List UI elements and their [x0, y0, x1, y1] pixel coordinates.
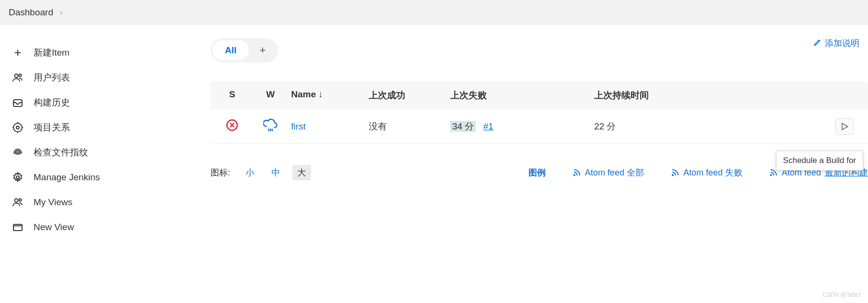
- view-tabs: All +: [211, 38, 278, 62]
- sidebar-item-manage[interactable]: Manage Jenkins: [0, 165, 199, 190]
- th-name[interactable]: Name ↓: [287, 89, 369, 102]
- sidebar-item-label: 项目关系: [34, 121, 70, 134]
- jobs-table: S W Name ↓ 上次成功 上次失败 上次持续时间 first 没有 34 …: [211, 82, 868, 144]
- th-status[interactable]: S: [211, 89, 254, 102]
- tooltip: Schedule a Build for: [776, 151, 863, 171]
- table-row: first 没有 34 分 #1 22 分: [211, 109, 868, 144]
- svg-point-3: [19, 74, 22, 77]
- gear-icon: [12, 171, 24, 184]
- sidebar-item-label: 检查文件指纹: [34, 146, 88, 159]
- folder-icon: [12, 221, 24, 233]
- svg-point-12: [15, 199, 18, 202]
- rss-icon: [573, 168, 581, 177]
- failure-time: 34 分: [450, 121, 476, 132]
- add-description-link[interactable]: 添加说明: [813, 37, 859, 49]
- watermark: CSDN @?abcf: [822, 291, 860, 298]
- size-large[interactable]: 大: [293, 165, 311, 180]
- tab-all[interactable]: All: [212, 40, 249, 60]
- status-cell: [211, 119, 254, 134]
- legend-link[interactable]: 图例: [528, 167, 546, 178]
- sidebar: 新建Item 用户列表 构建历史 项目关系 检查文件指纹 Manage Jenk…: [0, 25, 199, 303]
- sidebar-item-label: 新建Item: [34, 47, 70, 59]
- people-icon: [12, 196, 24, 209]
- job-link[interactable]: first: [291, 121, 306, 131]
- th-last-failure[interactable]: 上次失败: [450, 89, 594, 102]
- table-header: S W Name ↓ 上次成功 上次失败 上次持续时间: [211, 82, 868, 109]
- sidebar-item-fingerprint[interactable]: 检查文件指纹: [0, 140, 199, 165]
- tab-add[interactable]: +: [249, 40, 276, 60]
- fingerprint-icon: [12, 146, 24, 159]
- sidebar-item-myviews[interactable]: My Views: [0, 190, 199, 215]
- breadcrumb[interactable]: Dashboard ›: [0, 0, 868, 25]
- inbox-icon: [12, 96, 24, 109]
- atom-feed-all[interactable]: Atom feed 全部: [573, 167, 644, 178]
- size-small[interactable]: 小: [241, 165, 259, 180]
- build-link[interactable]: #1: [483, 121, 493, 131]
- sidebar-item-label: Manage Jenkins: [34, 172, 100, 183]
- sidebar-item-newview[interactable]: New View: [0, 215, 199, 240]
- sidebar-item-label: New View: [34, 222, 74, 233]
- sidebar-item-label: My Views: [34, 197, 72, 208]
- pencil-icon: [813, 38, 822, 49]
- footer-row: 图标: 小 中 大 图例 Atom feed 全部 Atom feed 失败 A…: [211, 165, 868, 180]
- svg-point-11: [16, 176, 19, 179]
- schedule-build-button[interactable]: [835, 118, 854, 135]
- failed-icon: [226, 123, 238, 133]
- main-content: 添加说明 All + S W Name ↓ 上次成功 上次失败 上次持续时间: [199, 25, 868, 303]
- svg-point-24: [771, 175, 772, 175]
- svg-point-6: [16, 126, 19, 129]
- th-last-duration[interactable]: 上次持续时间: [594, 89, 709, 102]
- plus-icon: [12, 47, 24, 59]
- sidebar-item-label: 构建历史: [34, 96, 70, 109]
- target-icon: [12, 121, 24, 134]
- svg-rect-14: [13, 224, 22, 231]
- add-description-label: 添加说明: [825, 37, 859, 49]
- breadcrumb-title[interactable]: Dashboard: [9, 7, 53, 18]
- icon-size-label: 图标:: [211, 167, 230, 178]
- sidebar-item-history[interactable]: 构建历史: [0, 90, 199, 115]
- sidebar-item-relationship[interactable]: 项目关系: [0, 115, 199, 140]
- size-medium[interactable]: 中: [267, 165, 285, 180]
- svg-point-22: [574, 175, 575, 175]
- svg-point-2: [15, 74, 18, 78]
- sidebar-item-new[interactable]: 新建Item: [0, 40, 199, 65]
- atom-feed-failures[interactable]: Atom feed 失败: [671, 167, 742, 178]
- chevron-right-icon: ›: [60, 8, 62, 17]
- weather-cell: [254, 118, 287, 135]
- last-duration-cell: 22 分: [594, 120, 709, 133]
- svg-point-5: [13, 123, 22, 132]
- people-icon: [12, 71, 24, 84]
- th-weather[interactable]: W: [254, 89, 287, 102]
- name-cell: first: [287, 121, 369, 132]
- layout: 新建Item 用户列表 构建历史 项目关系 检查文件指纹 Manage Jenk…: [0, 25, 868, 303]
- sidebar-item-label: 用户列表: [34, 71, 70, 84]
- sidebar-item-people[interactable]: 用户列表: [0, 65, 199, 90]
- th-last-success[interactable]: 上次成功: [369, 89, 450, 102]
- actions-cell: [709, 118, 868, 135]
- svg-point-23: [672, 175, 673, 175]
- rain-icon: [263, 124, 278, 134]
- svg-point-13: [19, 199, 22, 201]
- last-success-cell: 没有: [369, 120, 450, 133]
- svg-marker-21: [842, 123, 848, 129]
- last-failure-cell: 34 分 #1: [450, 120, 594, 133]
- rss-icon: [671, 168, 680, 177]
